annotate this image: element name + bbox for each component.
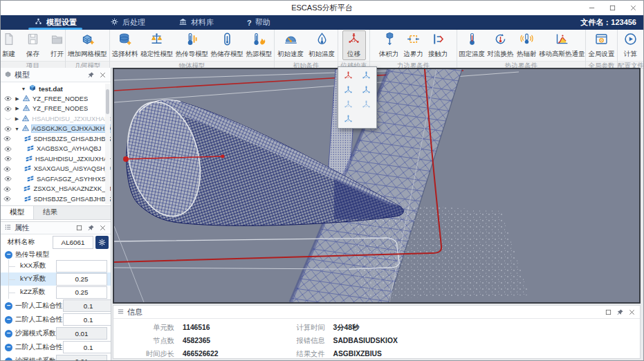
tree-scrollbar[interactable]: [105, 84, 110, 204]
menu-tab-4[interactable]: ?帮助: [230, 15, 287, 30]
maximize-button[interactable]: [607, 3, 617, 13]
pin-icon[interactable]: [616, 308, 625, 317]
tree-item[interactable]: ▶HSAUHDISU_JZXIUXHAHX: [1, 114, 111, 124]
toolbar-button-label: 热储存模型: [210, 50, 243, 59]
visibility-toggle[interactable]: [3, 195, 11, 203]
info-field-value: 1146516: [183, 324, 210, 331]
tree-item[interactable]: ▼test.dat: [1, 84, 111, 94]
chevron-down-icon[interactable]: ▼: [21, 86, 26, 91]
menu-tab-1[interactable]: 模型设置: [17, 15, 93, 30]
displacement-option-7[interactable]: [340, 114, 357, 124]
minimize-button[interactable]: [587, 3, 596, 13]
property-label: 沙漏模式系数: [15, 357, 56, 361]
heat-source-model-button[interactable]: 热源模型: [245, 30, 273, 60]
visibility-toggle[interactable]: [3, 135, 11, 142]
restore-icon[interactable]: [75, 223, 84, 232]
property-value-input[interactable]: [63, 341, 111, 353]
tree-item[interactable]: XSAXGAUS_AISYAQSH_ASHX: [1, 164, 111, 174]
pin-icon[interactable]: [86, 223, 95, 232]
menu-tab-label: 后处理: [122, 17, 145, 28]
tree-item[interactable]: ▶YZ_FREE_NODES: [1, 104, 111, 114]
collapse-icon[interactable]: –: [5, 251, 12, 259]
collapse-icon[interactable]: –: [5, 358, 12, 361]
visibility-toggle[interactable]: [3, 125, 12, 133]
tree-item[interactable]: ZSXGX_HSAKAZNZXK_AMASX: [1, 184, 111, 194]
displacement-option-6[interactable]: [358, 100, 375, 110]
tree-item[interactable]: ▶YZ_FREE_NODES: [1, 94, 111, 104]
new-button[interactable]: 新建: [0, 30, 21, 60]
close-button[interactable]: [628, 3, 638, 13]
close-icon[interactable]: [627, 308, 636, 317]
pin-icon[interactable]: [86, 71, 95, 80]
menu-tab-2[interactable]: 后处理: [93, 15, 162, 30]
menu-tab-3[interactable]: 材料库: [162, 15, 230, 30]
visibility-toggle[interactable]: [3, 145, 12, 153]
collapse-icon[interactable]: –: [5, 302, 12, 310]
radiation-button[interactable]: 热辐射: [515, 30, 538, 60]
toolbar-button-label: 边界力: [403, 50, 423, 59]
chevron-right-icon[interactable]: ▶: [15, 116, 20, 122]
displacement-button[interactable]: 位移: [342, 30, 366, 60]
material-name-input[interactable]: [53, 236, 93, 249]
boundary-force-button[interactable]: 边界力: [401, 30, 425, 60]
close-icon[interactable]: [98, 71, 107, 80]
tree-item[interactable]: HSAUHDISU_JZXIUXHAHX: [1, 154, 111, 165]
visibility-toggle[interactable]: [3, 105, 12, 113]
initial-velocity-button[interactable]: 初始速度: [275, 30, 306, 60]
chevron-right-icon[interactable]: ▶: [15, 106, 20, 111]
displacement-option-3[interactable]: [340, 85, 357, 95]
heat-conduction-model-button[interactable]: 热传导模型: [175, 30, 210, 60]
property-row: –二阶人工粘合性: [1, 313, 111, 326]
close-icon[interactable]: [98, 223, 107, 232]
heat-storage-model-button[interactable]: 热储存模型: [210, 30, 244, 60]
collapse-icon[interactable]: –: [5, 330, 12, 337]
convection-button[interactable]: 对流换热: [486, 30, 514, 60]
displacement-option-1[interactable]: [340, 71, 357, 81]
displacement-option-5[interactable]: [340, 100, 357, 110]
moving-gauss-flux-button[interactable]: 移动高斯热通量: [539, 30, 585, 60]
sidebar-tab-results[interactable]: 结果: [34, 206, 66, 219]
property-value-input[interactable]: [63, 313, 111, 326]
visibility-toggle[interactable]: [3, 175, 12, 183]
property-value-input[interactable]: [56, 355, 107, 360]
displacement-option-4[interactable]: [358, 85, 375, 95]
visibility-toggle[interactable]: [3, 165, 11, 173]
visibility-toggle[interactable]: [3, 115, 12, 122]
tree-item[interactable]: XAGBSXG_AYHAQBJ: [1, 144, 111, 154]
chevron-down-icon[interactable]: ▼: [15, 127, 20, 131]
compute-button[interactable]: 计算: [619, 30, 643, 60]
property-value-input[interactable]: [56, 273, 107, 286]
stability-model-button[interactable]: 稳定性模型: [140, 30, 174, 60]
displacement-option-2[interactable]: [358, 71, 375, 81]
property-value-input[interactable]: [56, 260, 107, 272]
save-button[interactable]: 保存: [21, 30, 45, 60]
tree-item[interactable]: ▼AGSGKJKG_GJHXAJKHXA: [1, 124, 111, 134]
sidebar-tab-model[interactable]: 模型: [1, 206, 34, 219]
restore-icon[interactable]: [604, 308, 613, 317]
tree-item[interactable]: SAGFASGZ_ASYHHXSN: [1, 174, 111, 185]
fixed-temperature-button[interactable]: 固定温度: [458, 30, 486, 60]
body-force-button[interactable]: 体积力: [377, 30, 401, 60]
tree-item-label: ZSXGX_HSAKAZNZXK_AMASX: [33, 185, 111, 192]
global-settings-button[interactable]: 全局设置: [587, 30, 616, 60]
contact-force-button[interactable]: 接触力: [426, 30, 450, 60]
property-value-input[interactable]: [56, 286, 107, 299]
material-settings-button[interactable]: [95, 236, 109, 249]
collapse-icon[interactable]: –: [5, 316, 12, 324]
visibility-toggle[interactable]: [3, 185, 11, 193]
chevron-right-icon[interactable]: ▶: [15, 96, 20, 102]
info-field-label: 计算时间: [285, 323, 325, 333]
visibility-toggle[interactable]: [3, 95, 12, 102]
add-mesh-model-button[interactable]: 增加网格模型: [66, 30, 109, 60]
tree-item[interactable]: SDHSBJZS_GHSABJHB_ZAHU: [1, 194, 111, 205]
collapse-icon[interactable]: –: [5, 344, 12, 351]
property-value-input[interactable]: [63, 299, 111, 312]
tree-item[interactable]: SDHSBJZS_GHSABJHB_ZAHU: [1, 134, 111, 145]
initial-temperature-button[interactable]: 初始温度: [306, 30, 337, 60]
property-value-input[interactable]: [56, 327, 107, 340]
visibility-toggle[interactable]: [3, 155, 12, 163]
select-material-button[interactable]: 选择材料: [111, 30, 139, 60]
info-field-value: ASGBIXZBIUS: [333, 350, 382, 358]
toolbar-button-label: 全局设置: [589, 50, 615, 59]
info-field-value: 4582365: [183, 337, 210, 344]
